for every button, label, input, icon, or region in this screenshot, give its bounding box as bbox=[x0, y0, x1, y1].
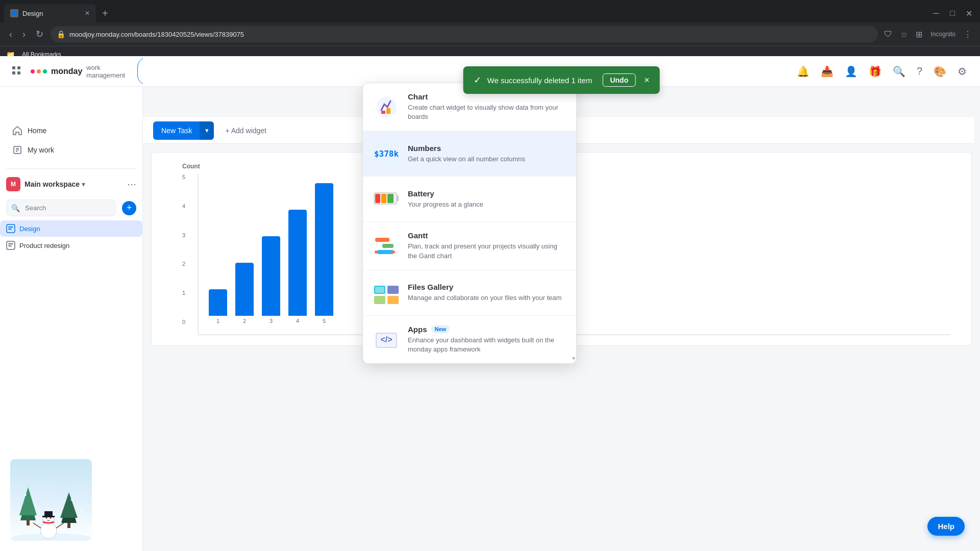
bar-2 bbox=[235, 263, 254, 316]
add-board-button[interactable]: + bbox=[122, 201, 136, 215]
browser-chrome: Design ✕ + ─ □ ✕ ‹ › ↻ 🔒 moodjoy.monday.… bbox=[0, 0, 980, 56]
sidebar-item-home[interactable]: Home bbox=[6, 121, 136, 140]
workspace-more-button[interactable]: ⋯ bbox=[127, 179, 136, 190]
back-button[interactable]: ‹ bbox=[6, 27, 15, 42]
svg-rect-38 bbox=[397, 195, 399, 202]
notifications-button[interactable]: 🔔 bbox=[794, 62, 813, 81]
widget-item-battery[interactable]: Battery Your progress at a glance bbox=[363, 177, 576, 222]
bar-label-4: 4 bbox=[296, 318, 299, 324]
close-button[interactable]: ✕ bbox=[962, 6, 976, 20]
chart-widget-info: Chart Create chart widget to visually sh… bbox=[408, 92, 566, 121]
snowman-background bbox=[10, 459, 92, 541]
bar-1 bbox=[209, 289, 227, 316]
widget-item-gantt[interactable]: Gantt Plan, track and present your proje… bbox=[363, 222, 576, 270]
url-display: moodjoy.monday.com/boards/1830420525/vie… bbox=[69, 31, 244, 38]
search-global-button[interactable]: 🔍 bbox=[890, 62, 909, 81]
bar-4 bbox=[288, 210, 307, 316]
address-bar[interactable]: 🔒 moodjoy.monday.com/boards/1830420525/v… bbox=[51, 26, 878, 42]
sidebar-board-item-product-redesign[interactable]: Product redesign bbox=[0, 237, 142, 254]
apps-grid-button[interactable] bbox=[8, 62, 24, 80]
bar-label-5: 5 bbox=[323, 318, 326, 324]
help-button[interactable]: Help bbox=[927, 517, 965, 536]
sidebar-board-item-design[interactable]: Design bbox=[0, 220, 142, 237]
new-task-button[interactable]: New Task bbox=[153, 121, 200, 140]
tab-close-button[interactable]: ✕ bbox=[85, 10, 90, 17]
sidebar-icon[interactable]: ⊞ bbox=[914, 28, 924, 41]
forward-button[interactable]: › bbox=[19, 27, 29, 42]
nav-bar: ‹ › ↻ 🔒 moodjoy.monday.com/boards/183042… bbox=[0, 22, 980, 46]
svg-point-0 bbox=[12, 11, 17, 16]
nav-actions: 🛡 ☆ ⊞ Incognito ⋮ bbox=[882, 28, 974, 41]
svg-text:</>: </> bbox=[380, 335, 392, 344]
widget-item-numbers[interactable]: $378k Numbers Get a quick view on all nu… bbox=[363, 131, 576, 177]
svg-rect-11 bbox=[8, 229, 12, 230]
workspace-chevron-button[interactable]: ▾ bbox=[82, 180, 85, 188]
svg-rect-51 bbox=[375, 287, 384, 293]
more-options-button[interactable]: ⋮ bbox=[962, 28, 974, 41]
apps-widget-icon: </> bbox=[373, 326, 400, 353]
add-widget-button[interactable]: + Add widget bbox=[220, 123, 272, 138]
maximize-button[interactable]: □ bbox=[945, 6, 960, 20]
svg-marker-20 bbox=[60, 492, 78, 518]
svg-rect-26 bbox=[44, 511, 53, 516]
svg-line-29 bbox=[56, 523, 64, 528]
toast-close-button[interactable]: × bbox=[644, 75, 650, 86]
active-tab[interactable]: Design ✕ bbox=[4, 4, 96, 22]
svg-rect-21 bbox=[67, 523, 70, 528]
minimize-button[interactable]: ─ bbox=[929, 6, 943, 20]
bar-col-4: 4 bbox=[288, 210, 307, 324]
widget-item-files-gallery[interactable]: Files Gallery Manage and collaborate on … bbox=[363, 270, 576, 316]
help-global-button[interactable]: ? bbox=[914, 62, 925, 80]
bar-5 bbox=[315, 183, 333, 316]
people-button[interactable]: 👤 bbox=[842, 62, 861, 81]
files-gallery-widget-title: Files Gallery bbox=[408, 283, 566, 291]
logo-dot-orange bbox=[37, 69, 41, 73]
bar-col-1: 1 bbox=[209, 289, 227, 324]
shield-icon[interactable]: 🛡 bbox=[882, 28, 894, 41]
svg-rect-14 bbox=[8, 245, 12, 246]
sidebar-item-mywork[interactable]: My work bbox=[6, 141, 136, 159]
svg-point-33 bbox=[81, 509, 83, 511]
inbox-button[interactable]: 📥 bbox=[818, 62, 837, 81]
svg-point-46 bbox=[392, 251, 395, 254]
tab-bar: Design ✕ + ─ □ ✕ bbox=[0, 0, 980, 22]
apps-widget-title: Apps New bbox=[408, 325, 566, 334]
svg-rect-48 bbox=[387, 286, 399, 294]
settings-button[interactable]: ⚙ bbox=[954, 62, 970, 81]
battery-widget-desc: Your progress at a glance bbox=[408, 200, 566, 209]
svg-rect-42 bbox=[375, 238, 389, 242]
svg-point-45 bbox=[375, 251, 378, 254]
svg-rect-40 bbox=[381, 194, 386, 203]
y-label-3: 3 bbox=[182, 232, 198, 238]
svg-rect-13 bbox=[8, 243, 13, 244]
panel-scroll-down[interactable]: ▼ bbox=[571, 356, 576, 361]
svg-point-31 bbox=[71, 499, 72, 501]
svg-rect-39 bbox=[375, 194, 380, 203]
search-input[interactable] bbox=[6, 199, 116, 216]
battery-widget-title: Battery bbox=[408, 189, 566, 198]
workspace-row: M Main workspace ▾ ⋯ bbox=[0, 173, 142, 195]
svg-marker-17 bbox=[19, 487, 37, 515]
add-widget-label: + Add widget bbox=[225, 127, 266, 135]
gantt-widget-title: Gantt bbox=[408, 231, 566, 240]
svg-rect-2 bbox=[17, 66, 20, 69]
svg-rect-43 bbox=[382, 244, 394, 248]
svg-point-30 bbox=[24, 494, 27, 496]
gift-button[interactable]: 🎁 bbox=[866, 62, 885, 81]
bar-col-5: 5 bbox=[315, 183, 333, 324]
refresh-button[interactable]: ↻ bbox=[33, 27, 46, 42]
widget-item-apps[interactable]: </> Apps New Enhance your dashboard with… bbox=[363, 316, 576, 363]
new-tab-button[interactable]: + bbox=[98, 6, 112, 21]
mywork-label: My work bbox=[28, 146, 54, 154]
new-task-dropdown-button[interactable]: ▾ bbox=[200, 121, 214, 140]
star-icon[interactable]: ☆ bbox=[898, 28, 910, 41]
app-logo: monday work management bbox=[31, 64, 125, 79]
bar-label-3: 3 bbox=[270, 318, 273, 324]
app-container: monday work management + See plans Home … bbox=[0, 56, 980, 551]
incognito-label[interactable]: Incognito bbox=[928, 29, 958, 40]
toast-undo-button[interactable]: Undo bbox=[602, 73, 636, 87]
svg-rect-35 bbox=[381, 111, 385, 114]
y-label-4: 4 bbox=[182, 203, 198, 209]
widget-panel-scroll[interactable]: Chart Create chart widget to visually sh… bbox=[363, 83, 576, 363]
color-button[interactable]: 🎨 bbox=[930, 62, 949, 81]
